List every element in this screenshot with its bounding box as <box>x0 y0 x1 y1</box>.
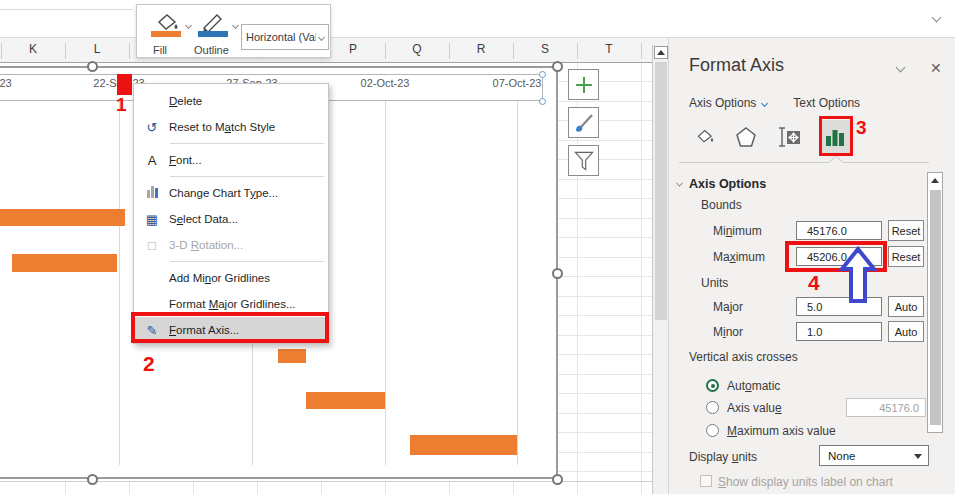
minimum-label: Minimum <box>713 224 762 238</box>
axis-options-chevron-icon <box>761 99 768 106</box>
outline-label[interactable]: Outline <box>194 44 229 56</box>
maximum-label: Maximum <box>713 250 765 264</box>
mini-toolbar: Fill Outline Horizontal (Val <box>136 4 331 58</box>
outline-color-swatch[interactable] <box>198 31 228 37</box>
worksheet[interactable]: 17-Sep-2322-Sep-2327-Sep-2302-Oct-2307-O… <box>0 63 668 494</box>
menu-item-select-data[interactable]: ▦Select Data... <box>134 206 328 232</box>
reset-icon: ↺ <box>141 120 163 135</box>
column-header-R[interactable]: R <box>461 42 501 56</box>
minor-input[interactable]: 1.0 <box>796 322 882 341</box>
menu-separator <box>170 176 324 177</box>
menu-item-label: 3-D Rotation... <box>169 239 243 251</box>
fill-bucket-icon[interactable] <box>151 13 181 31</box>
automatic-label[interactable]: Automatic <box>727 379 780 393</box>
show-display-units-label: Show display units label on chart <box>718 475 893 489</box>
worksheet-vertical-scrollbar[interactable] <box>652 45 668 494</box>
menu-item-change-chart-type[interactable]: Change Chart Type... <box>134 180 328 206</box>
section-axis-options[interactable]: Axis Options <box>677 177 766 191</box>
menu-item-font[interactable]: AFont... <box>134 147 328 173</box>
fill-line-tab-icon[interactable] <box>689 120 719 154</box>
size-properties-tab-icon[interactable] <box>775 120 805 154</box>
pane-scroll-up-button[interactable] <box>928 174 942 187</box>
select-data-icon: ▦ <box>141 212 163 227</box>
menu-item-label: Change Chart Type... <box>169 187 278 199</box>
funnel-icon <box>572 149 596 173</box>
major-gridline <box>385 101 386 465</box>
column-header-K[interactable]: K <box>13 42 53 56</box>
menu-separator <box>170 261 324 262</box>
gantt-bar[interactable] <box>410 435 517 455</box>
column-header-L[interactable]: L <box>77 42 117 56</box>
automatic-radio[interactable] <box>706 379 719 392</box>
units-label: Units <box>701 276 728 290</box>
menu-item-add-minor-gridlines[interactable]: Add Minor Gridlines <box>134 265 328 291</box>
axis-tick-label[interactable]: 07-Oct-23 <box>477 77 557 89</box>
axis-value-radio[interactable] <box>706 401 719 414</box>
fill-dropdown-chevron-icon[interactable] <box>185 22 192 29</box>
chart-elements-button[interactable] <box>568 69 599 100</box>
axis-tick-label[interactable]: 02-Oct-23 <box>345 77 425 89</box>
menu-item-reset-to-match-style[interactable]: ↺Reset to Match Style <box>134 114 328 140</box>
outline-pencil-icon[interactable] <box>198 12 228 31</box>
gantt-bar[interactable] <box>12 254 117 272</box>
annotation-number-3: 3 <box>856 117 867 139</box>
maximum-reset-button[interactable]: Reset <box>888 246 924 267</box>
dropdown-arrow-icon <box>914 454 922 459</box>
chart-selection-handle[interactable] <box>552 268 563 279</box>
ribbon-bottom-edge <box>0 9 133 10</box>
column-header-P[interactable]: P <box>333 42 373 56</box>
scroll-up-button[interactable] <box>654 46 668 59</box>
chart-type-icon <box>141 185 163 201</box>
gantt-bar[interactable] <box>0 209 125 226</box>
column-header-S[interactable]: S <box>525 42 565 56</box>
show-display-units-checkbox[interactable] <box>700 475 712 487</box>
major-auto-button[interactable]: Auto <box>888 296 924 317</box>
pane-scrollbar-thumb[interactable] <box>930 190 941 425</box>
chart-selection-handle[interactable] <box>552 61 563 72</box>
maximum-axis-value-radio[interactable] <box>706 424 719 437</box>
menu-item-delete[interactable]: Delete <box>134 88 328 114</box>
column-headers[interactable]: KLMNOPQRST <box>0 38 668 63</box>
tab-text-options[interactable]: Text Options <box>793 96 860 110</box>
menu-item-label: Delete <box>169 95 202 107</box>
axis-value-label[interactable]: Axis value <box>727 401 782 415</box>
outline-dropdown-chevron-icon[interactable] <box>232 22 239 29</box>
fill-label[interactable]: Fill <box>153 44 167 56</box>
minimum-input[interactable]: 45176.0 <box>796 221 882 240</box>
display-units-dropdown[interactable]: None <box>819 445 929 466</box>
gantt-bar[interactable] <box>278 349 306 363</box>
minimum-reset-button[interactable]: Reset <box>888 220 924 241</box>
chart-selection-handle[interactable] <box>87 61 98 72</box>
pane-options-chevron-icon[interactable] <box>896 63 906 73</box>
pane-scrollbar[interactable] <box>927 172 943 433</box>
display-units-label: Display units <box>689 450 757 464</box>
axis-selection-handle[interactable] <box>539 98 546 105</box>
menu-item-3-d-rotation: □3-D Rotation... <box>134 232 328 258</box>
plus-icon <box>574 75 594 95</box>
fill-color-swatch[interactable] <box>151 31 181 37</box>
section-collapse-chevron-icon <box>676 179 683 186</box>
annotation-red-box-2 <box>131 312 329 343</box>
gantt-bar[interactable] <box>306 392 385 409</box>
chart-selection-handle[interactable] <box>552 474 563 485</box>
tab-axis-options[interactable]: Axis Options <box>689 96 767 110</box>
maximum-axis-value-label[interactable]: Maximum axis value <box>727 424 836 438</box>
annotation-red-box-3 <box>819 116 853 156</box>
column-header-Q[interactable]: Q <box>397 42 437 56</box>
pane-close-icon[interactable]: ✕ <box>930 60 942 76</box>
chart-element-selector[interactable]: Horizontal (Val <box>241 24 329 50</box>
chart-selection-handle[interactable] <box>87 474 98 485</box>
scrollbar-thumb[interactable] <box>655 62 667 320</box>
chart-styles-button[interactable] <box>568 107 599 138</box>
annotation-number-1: 1 <box>116 94 127 116</box>
column-header-T[interactable]: T <box>589 42 629 56</box>
effects-tab-icon[interactable] <box>731 120 761 154</box>
major-label: Major <box>713 300 743 314</box>
paintbrush-icon <box>573 112 595 134</box>
formula-bar-collapse-chevron-icon[interactable] <box>932 13 942 23</box>
major-gridline <box>119 101 120 465</box>
minor-auto-button[interactable]: Auto <box>888 321 924 342</box>
axis-tick-label[interactable]: 17-Sep-23 <box>0 77 26 89</box>
menu-item-label: Font... <box>169 154 202 166</box>
chart-filters-button[interactable] <box>568 145 599 176</box>
